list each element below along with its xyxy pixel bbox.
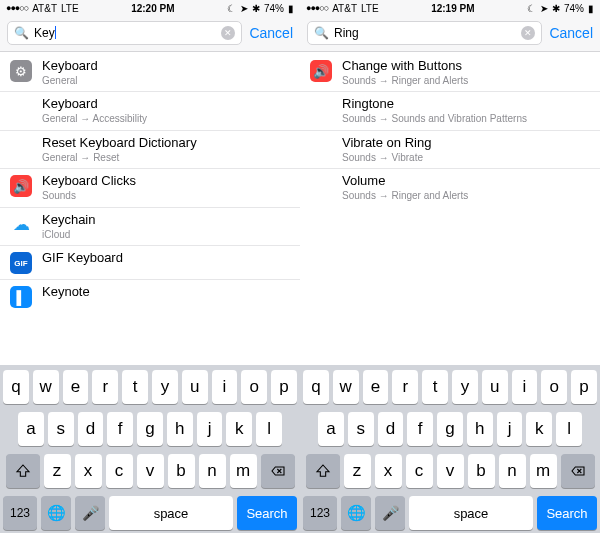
key-n[interactable]: n [199, 454, 226, 488]
key-o[interactable]: o [241, 370, 267, 404]
key-y[interactable]: y [152, 370, 178, 404]
key-u[interactable]: u [182, 370, 208, 404]
search-input[interactable]: 🔍Ring✕ [307, 21, 542, 45]
globe-key[interactable]: 🌐 [341, 496, 371, 530]
result-title: Keyboard Clicks [42, 174, 290, 189]
key-k[interactable]: k [226, 412, 252, 446]
battery-percent: 74% [264, 3, 284, 14]
key-u[interactable]: u [482, 370, 508, 404]
key-o[interactable]: o [541, 370, 567, 404]
backspace-key[interactable] [561, 454, 595, 488]
key-row-3: zxcvbnm [3, 454, 297, 488]
key-h[interactable]: h [467, 412, 493, 446]
key-j[interactable]: j [497, 412, 523, 446]
magnifier-icon: 🔍 [14, 26, 29, 40]
key-s[interactable]: s [48, 412, 74, 446]
status-bar: ●●●○○AT&TLTE12:19 PM☾➤✱74%▮ [300, 0, 600, 16]
key-k[interactable]: k [526, 412, 552, 446]
key-j[interactable]: j [197, 412, 223, 446]
key-f[interactable]: f [107, 412, 133, 446]
result-row[interactable]: ⚙KeyboardGeneral [0, 54, 300, 92]
key-x[interactable]: x [375, 454, 402, 488]
result-row[interactable]: 🔊Change with ButtonsSounds → Ringer and … [300, 54, 600, 92]
key-w[interactable]: w [33, 370, 59, 404]
numbers-key[interactable]: 123 [303, 496, 337, 530]
key-i[interactable]: i [512, 370, 538, 404]
key-d[interactable]: d [378, 412, 404, 446]
result-row[interactable]: ▌Keynote [0, 280, 300, 313]
shift-key[interactable] [6, 454, 40, 488]
result-subtitle: Sounds → Ringer and Alerts [342, 75, 590, 87]
key-m[interactable]: m [230, 454, 257, 488]
key-b[interactable]: b [468, 454, 495, 488]
numbers-key[interactable]: 123 [3, 496, 37, 530]
key-z[interactable]: z [344, 454, 371, 488]
key-g[interactable]: g [137, 412, 163, 446]
key-e[interactable]: e [63, 370, 89, 404]
key-g[interactable]: g [437, 412, 463, 446]
result-row[interactable]: 🔊Keyboard ClicksSounds [0, 169, 300, 207]
result-title: Volume [342, 174, 590, 189]
result-subtitle: General → Reset [42, 152, 290, 164]
key-v[interactable]: v [437, 454, 464, 488]
result-row[interactable]: RingtoneSounds → Sounds and Vibration Pa… [300, 92, 600, 130]
result-title: Ringtone [342, 97, 590, 112]
result-subtitle: Sounds → Sounds and Vibration Patterns [342, 113, 590, 125]
cancel-button[interactable]: Cancel [249, 25, 293, 41]
globe-key[interactable]: 🌐 [41, 496, 71, 530]
result-title: Change with Buttons [342, 59, 590, 74]
result-row[interactable]: ☁KeychainiCloud [0, 208, 300, 246]
result-row[interactable]: KeyboardGeneral → Accessibility [0, 92, 300, 130]
dictation-key[interactable]: 🎤 [375, 496, 405, 530]
status-right: ☾➤✱74%▮ [227, 3, 294, 14]
key-a[interactable]: a [18, 412, 44, 446]
key-l[interactable]: l [256, 412, 282, 446]
key-l[interactable]: l [556, 412, 582, 446]
key-z[interactable]: z [44, 454, 71, 488]
result-row[interactable]: VolumeSounds → Ringer and Alerts [300, 169, 600, 206]
key-q[interactable]: q [303, 370, 329, 404]
network-label: LTE [361, 3, 379, 14]
key-v[interactable]: v [137, 454, 164, 488]
result-row[interactable]: GIFGIF Keyboard [0, 246, 300, 280]
key-i[interactable]: i [212, 370, 238, 404]
search-input[interactable]: 🔍Key✕ [7, 21, 242, 45]
signal-dots-icon: ●●●○○ [306, 3, 328, 13]
key-t[interactable]: t [422, 370, 448, 404]
search-key[interactable]: Search [537, 496, 597, 530]
key-r[interactable]: r [392, 370, 418, 404]
clear-button[interactable]: ✕ [521, 26, 535, 40]
cancel-button[interactable]: Cancel [549, 25, 593, 41]
key-s[interactable]: s [348, 412, 374, 446]
space-key[interactable]: space [409, 496, 533, 530]
backspace-key[interactable] [261, 454, 295, 488]
key-c[interactable]: c [106, 454, 133, 488]
results-list: 🔊Change with ButtonsSounds → Ringer and … [300, 52, 600, 365]
key-m[interactable]: m [530, 454, 557, 488]
key-p[interactable]: p [271, 370, 297, 404]
key-row-4: 123🌐🎤spaceSearch [303, 496, 597, 530]
search-key[interactable]: Search [237, 496, 297, 530]
result-row[interactable]: Vibrate on RingSounds → Vibrate [300, 131, 600, 169]
key-r[interactable]: r [92, 370, 118, 404]
key-e[interactable]: e [363, 370, 389, 404]
key-t[interactable]: t [122, 370, 148, 404]
key-b[interactable]: b [168, 454, 195, 488]
key-n[interactable]: n [499, 454, 526, 488]
key-row-3: zxcvbnm [303, 454, 597, 488]
dictation-key[interactable]: 🎤 [75, 496, 105, 530]
key-x[interactable]: x [75, 454, 102, 488]
key-c[interactable]: c [406, 454, 433, 488]
clear-button[interactable]: ✕ [221, 26, 235, 40]
key-w[interactable]: w [333, 370, 359, 404]
key-p[interactable]: p [571, 370, 597, 404]
key-d[interactable]: d [78, 412, 104, 446]
key-f[interactable]: f [407, 412, 433, 446]
key-a[interactable]: a [318, 412, 344, 446]
result-row[interactable]: Reset Keyboard DictionaryGeneral → Reset [0, 131, 300, 169]
key-h[interactable]: h [167, 412, 193, 446]
space-key[interactable]: space [109, 496, 233, 530]
shift-key[interactable] [306, 454, 340, 488]
key-y[interactable]: y [452, 370, 478, 404]
key-q[interactable]: q [3, 370, 29, 404]
